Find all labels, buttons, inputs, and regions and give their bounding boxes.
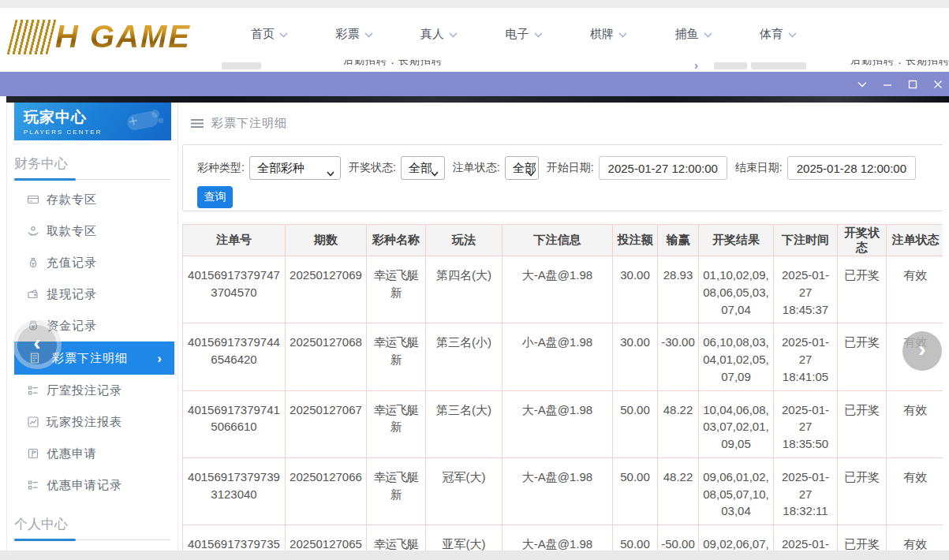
chevron-down-icon: [788, 27, 797, 41]
sidebar-item-hall-bet-record[interactable]: 厅室投注记录: [7, 375, 177, 406]
table-row: 40156917379735392000020250127065幸运飞艇新亚军(…: [183, 525, 943, 551]
chart-icon: [27, 416, 39, 428]
select-value: 全部: [409, 161, 432, 176]
chevron-down-icon: [449, 27, 458, 41]
table-row: 40156917379739312304020250127066幸运飞艇新冠军(…: [183, 457, 943, 525]
nav-item-fishing[interactable]: 捕鱼: [675, 27, 712, 42]
sidebar-item-withdraw-record[interactable]: 提现记录: [7, 278, 177, 310]
table-cell: 幸运飞艇新: [367, 457, 426, 525]
table-cell: 50.00: [613, 525, 658, 551]
table-cell: 20250127069: [286, 256, 367, 323]
background-page-strip: 后勤招聘：长期招聘 › 后勤招聘：长期招聘: [0, 60, 949, 72]
table-cell: 30.00: [613, 323, 658, 390]
sidebar-item-withdraw-zone[interactable]: 取款专区: [7, 215, 177, 247]
chevron-down-icon: [364, 27, 373, 41]
table-cell: 第三名(大): [426, 390, 503, 457]
nav-item-label: 捕鱼: [675, 27, 699, 42]
filter-row: 彩种类型: 全部彩种 开奖状态: 全部 注单状态: 全部: [197, 155, 943, 181]
nav-item-electronic[interactable]: 电子: [506, 27, 543, 42]
column-header: 开奖结果: [699, 225, 774, 256]
nav-item-label: 彩票: [336, 27, 360, 42]
chevron-right-icon: ›: [157, 352, 162, 365]
table-cell: 06,10,08,03,04,01,02,05,07,09: [699, 323, 774, 390]
background-block: [751, 62, 806, 69]
sidebar-item-promo-apply-record[interactable]: 优惠申请记录: [7, 469, 177, 501]
table-cell: 大-A盘@1.98: [503, 256, 613, 323]
table-cell: 已开奖: [838, 256, 887, 323]
sidebar-items-personal: 消息公告: [7, 544, 177, 551]
site-logo[interactable]: H GAME: [11, 19, 191, 54]
lottery-type-select[interactable]: 全部彩种: [249, 156, 341, 180]
column-header: 下注时间: [774, 225, 838, 256]
sidebar-item-deposit-zone[interactable]: 存款专区: [7, 184, 177, 215]
page-title: 彩票下注明细: [211, 116, 287, 131]
chevron-down-icon: [279, 27, 288, 41]
start-date-label: 开始日期:: [547, 161, 594, 175]
carousel-next-button[interactable]: ›: [902, 331, 942, 371]
sidebar-item-label: 优惠申请记录: [47, 478, 122, 493]
gold-stripes-logo-icon: [7, 20, 57, 54]
maximize-icon[interactable]: [906, 78, 918, 90]
table-cell: 已开奖: [838, 390, 887, 457]
nav-item-home[interactable]: 首页: [251, 27, 288, 42]
table-cell: 20250127066: [286, 457, 367, 525]
lottery-type-label: 彩种类型:: [197, 161, 245, 175]
table-row: 40156917379747370457020250127069幸运飞艇新第四名…: [183, 256, 943, 323]
select-value: 全部彩种: [257, 161, 305, 176]
main-nav: 首页 彩票 真人 电子 棋牌 捕鱼: [251, 8, 797, 60]
end-date-label: 结束日期:: [735, 161, 783, 175]
sidebar-item-label: 存款专区: [47, 192, 97, 207]
collapse-chevron-down-icon[interactable]: [856, 78, 868, 90]
column-header: 投注额: [613, 225, 658, 256]
sidebar-item-player-bet-report[interactable]: 玩家投注报表: [7, 406, 177, 438]
content-area: 彩票下注明细 彩种类型: 全部彩种 开奖状态: 全部 注单状态:: [178, 103, 943, 551]
carousel-prev-button[interactable]: ‹: [17, 325, 57, 364]
table-cell: 01,10,02,09,08,06,05,03,07,04: [699, 256, 774, 323]
table-cell: 20250127068: [286, 323, 367, 390]
nav-item-sports[interactable]: 体育: [760, 27, 797, 42]
nav-item-live[interactable]: 真人: [420, 27, 458, 42]
table-cell: 有效: [887, 457, 943, 525]
table-cell: 2025-01-27 18:25:39: [774, 525, 838, 551]
end-date-input[interactable]: 2025-01-28 12:00:00: [787, 156, 916, 180]
nav-item-chess[interactable]: 棋牌: [590, 27, 627, 42]
table-row: 40156917379741506661020250127067幸运飞艇新第三名…: [183, 390, 943, 457]
draw-status-select[interactable]: 全部: [401, 156, 445, 180]
minimize-icon[interactable]: [881, 78, 893, 90]
background-block: [714, 62, 747, 69]
table-cell: 大-A盘@1.98: [503, 457, 613, 525]
gamepad-icon: [124, 108, 165, 138]
chevron-down-icon: [527, 166, 535, 180]
table-cell: 小-A盘@1.98: [503, 323, 613, 390]
table-cell: 第四名(大): [426, 256, 503, 323]
query-button[interactable]: 查询: [197, 186, 233, 208]
section-title-finance: 财务中心: [14, 155, 177, 173]
sidebar-item-message-notice[interactable]: 消息公告: [7, 544, 177, 551]
background-text: 后勤招聘：长期招聘: [850, 60, 949, 68]
sidebar-item-recharge-record[interactable]: 充值记录: [7, 247, 177, 278]
table-row: 40156917379744654642020250127068幸运飞艇新第三名…: [183, 323, 943, 390]
nav-item-lottery[interactable]: 彩票: [336, 27, 373, 42]
close-icon[interactable]: [932, 78, 943, 90]
wallet-icon: [27, 288, 39, 301]
list-icon: [27, 479, 39, 491]
sidebar-item-promo-apply[interactable]: 优惠申请: [7, 438, 177, 469]
ticket-icon: [27, 447, 39, 460]
window-controls: [856, 72, 943, 96]
start-date-input[interactable]: 2025-01-27 12:00:00: [599, 156, 727, 180]
logo-text: H GAME: [55, 19, 191, 54]
column-header: 注单号: [183, 225, 286, 256]
chevron-right-icon: ›: [918, 338, 925, 360]
table-cell: 亚军(大): [426, 525, 503, 551]
bet-status-select[interactable]: 全部: [505, 156, 539, 180]
table-cell: 50.00: [613, 457, 658, 525]
nav-item-label: 电子: [506, 27, 529, 42]
hamburger-icon[interactable]: [191, 118, 204, 129]
app-window: H GAME 首页 彩票 真人 电子 棋牌: [0, 0, 949, 560]
nav-item-label: 棋牌: [590, 27, 614, 42]
nav-item-label: 首页: [251, 27, 275, 42]
column-header: 玩法: [426, 225, 503, 256]
modal-titlebar[interactable]: [0, 72, 949, 96]
bottom-scroll-strip[interactable]: [0, 551, 949, 560]
table-cell: 第三名(小): [426, 323, 503, 390]
